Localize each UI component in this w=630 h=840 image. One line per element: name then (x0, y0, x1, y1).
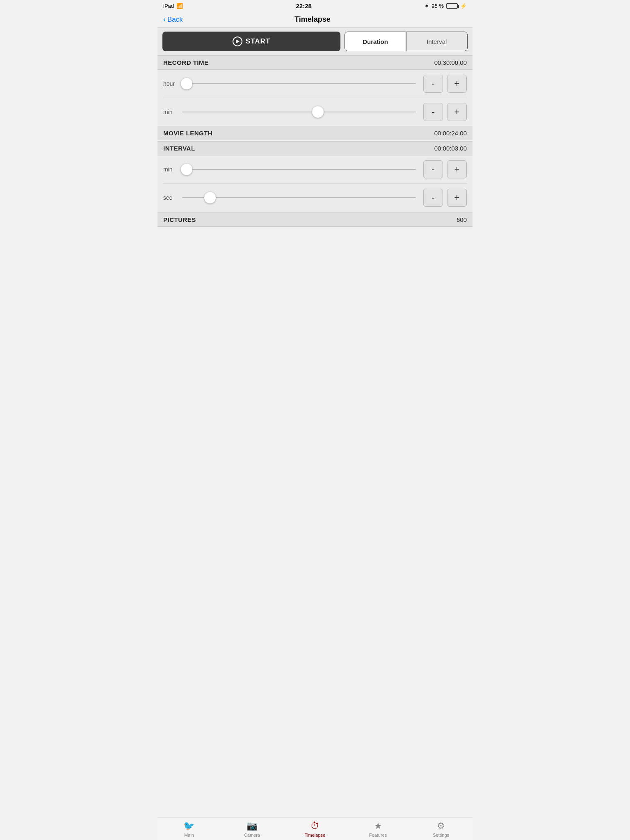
interval-sec-minus-button[interactable]: - (423, 189, 443, 207)
nav-bar: ‹ Back Timelapse (158, 12, 472, 27)
back-chevron-icon: ‹ (163, 15, 166, 24)
back-label: Back (167, 16, 183, 24)
interval-min-label: min (163, 166, 178, 173)
time-label: 22:28 (296, 2, 312, 9)
hour-slider-thumb[interactable] (181, 78, 192, 89)
hour-label: hour (163, 80, 178, 87)
interval-min-track[interactable] (182, 164, 416, 174)
hour-slider-track[interactable] (182, 79, 416, 89)
back-button[interactable]: ‹ Back (163, 15, 183, 24)
min-slider-thumb[interactable] (312, 106, 324, 118)
interval-title: INTERVAL (163, 145, 195, 152)
top-controls: START Duration Interval (158, 27, 472, 55)
movie-length-value: 00:00:24,00 (434, 130, 467, 137)
mode-tab-group: Duration Interval (345, 32, 468, 51)
interval-min-thumb[interactable] (181, 164, 192, 175)
interval-min-plus-button[interactable]: + (447, 160, 467, 178)
record-time-sliders: hour - + min - + (158, 70, 472, 126)
charging-icon: ⚡ (460, 3, 467, 9)
interval-sec-thumb[interactable] (204, 192, 216, 203)
min-slider-track[interactable] (182, 107, 416, 117)
battery-percent: 95 % (431, 3, 444, 9)
interval-value: 00:00:03,00 (434, 145, 467, 152)
interval-sec-slider-row: sec - + (163, 184, 467, 212)
interval-min-minus-button[interactable]: - (423, 160, 443, 178)
interval-sec-plus-button[interactable]: + (447, 189, 467, 207)
interval-sliders: min - + sec - + (158, 155, 472, 212)
interval-min-slider-row: min - + (163, 155, 467, 184)
battery-bar (446, 3, 458, 9)
interval-sec-label: sec (163, 194, 178, 201)
min-minus-button[interactable]: - (423, 103, 443, 121)
movie-length-header: MOVIE LENGTH 00:00:24,00 (158, 126, 472, 140)
tab-interval[interactable]: Interval (406, 32, 467, 51)
record-time-title: RECORD TIME (163, 59, 209, 66)
min-slider-row: min - + (163, 98, 467, 126)
record-time-value: 00:30:00,00 (434, 59, 467, 66)
min-plus-button[interactable]: + (447, 103, 467, 121)
device-label: iPad (163, 3, 174, 9)
interval-header: INTERVAL 00:00:03,00 (158, 141, 472, 155)
status-bar: iPad 📶 22:28 ✶ 95 % ⚡ (158, 0, 472, 12)
interval-sec-track[interactable] (182, 193, 416, 203)
hour-minus-button[interactable]: - (423, 75, 443, 93)
pictures-value: 600 (457, 216, 467, 223)
tab-duration[interactable]: Duration (345, 32, 406, 51)
hour-slider-row: hour - + (163, 70, 467, 98)
wifi-icon: 📶 (176, 3, 183, 9)
start-button[interactable]: START (162, 32, 340, 51)
bluetooth-icon: ✶ (425, 3, 429, 9)
start-label: START (246, 37, 270, 46)
page-title: Timelapse (183, 15, 442, 24)
min-label-record: min (163, 109, 178, 115)
pictures-header: PICTURES 600 (158, 212, 472, 227)
hour-plus-button[interactable]: + (447, 75, 467, 93)
start-play-icon (233, 37, 242, 46)
movie-length-title: MOVIE LENGTH (163, 130, 212, 137)
record-time-header: RECORD TIME 00:30:00,00 (158, 55, 472, 70)
pictures-title: PICTURES (163, 216, 196, 223)
